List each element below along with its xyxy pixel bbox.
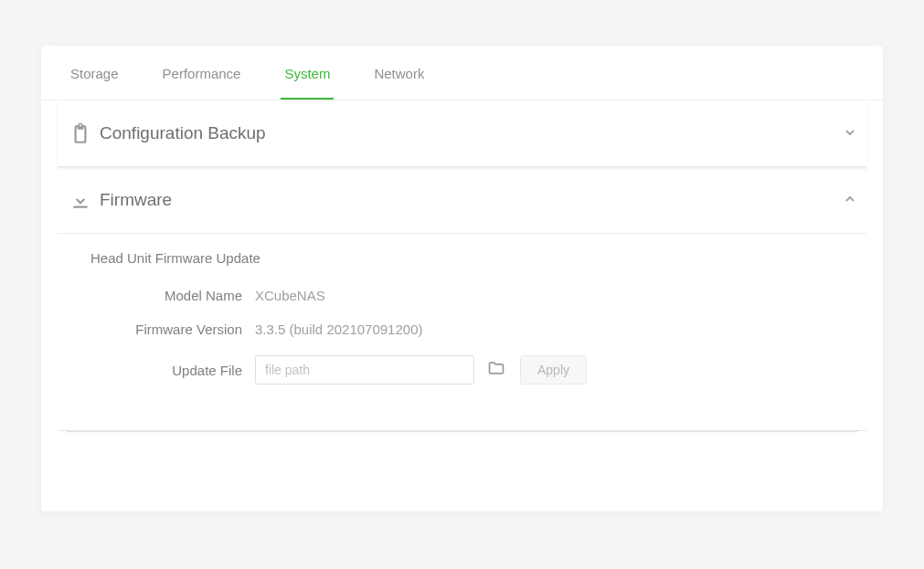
- download-icon: [67, 187, 94, 213]
- update-file-input[interactable]: [255, 355, 474, 385]
- label-firmware-version: Firmware Version: [90, 321, 255, 337]
- row-firmware-version: Firmware Version 3.3.5 (build 2021070912…: [90, 321, 857, 337]
- section-title-config-backup: Configuration Backup: [100, 123, 843, 143]
- tab-system[interactable]: System: [281, 46, 334, 100]
- settings-panel: Storage Performance System Network Confi…: [41, 46, 883, 511]
- firmware-body: Head Unit Firmware Update Model Name XCu…: [58, 233, 866, 430]
- tab-storage[interactable]: Storage: [67, 46, 122, 100]
- tab-performance[interactable]: Performance: [159, 46, 245, 100]
- label-update-file: Update File: [90, 363, 255, 378]
- row-update-file: Update File Apply: [90, 355, 857, 385]
- value-firmware-version: 3.3.5 (build 202107091200): [255, 321, 423, 337]
- section-header-config-backup[interactable]: Configuration Backup: [58, 100, 866, 166]
- clipboard-icon: [67, 121, 94, 146]
- tab-network[interactable]: Network: [370, 46, 428, 100]
- bottom-divider: [67, 431, 857, 432]
- firmware-subheading: Head Unit Firmware Update: [90, 250, 857, 266]
- value-model-name: XCubeNAS: [255, 288, 325, 303]
- browse-button[interactable]: [483, 357, 509, 383]
- sections-container: Configuration Backup Firmware: [41, 100, 883, 432]
- chevron-up-icon: [843, 192, 857, 209]
- section-header-firmware[interactable]: Firmware: [58, 167, 866, 233]
- row-model-name: Model Name XCubeNAS: [90, 288, 857, 303]
- section-title-firmware: Firmware: [100, 190, 843, 210]
- chevron-down-icon: [843, 125, 857, 142]
- folder-icon: [487, 359, 505, 381]
- section-config-backup: Configuration Backup: [58, 100, 866, 167]
- label-model-name: Model Name: [90, 288, 255, 303]
- apply-button[interactable]: Apply: [520, 355, 587, 385]
- tabs-bar: Storage Performance System Network: [41, 46, 883, 100]
- section-firmware: Firmware Head Unit Firmware Update Model…: [58, 167, 866, 431]
